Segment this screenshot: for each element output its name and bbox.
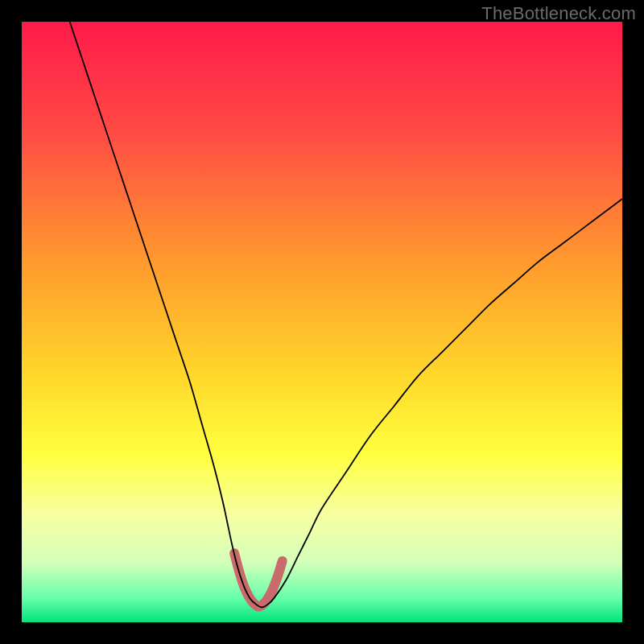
chart-plot-area [22, 22, 622, 622]
chart-curve-layer [22, 22, 622, 622]
watermark-label: TheBottleneck.com [481, 3, 636, 24]
bottleneck-curve-path [70, 22, 622, 607]
